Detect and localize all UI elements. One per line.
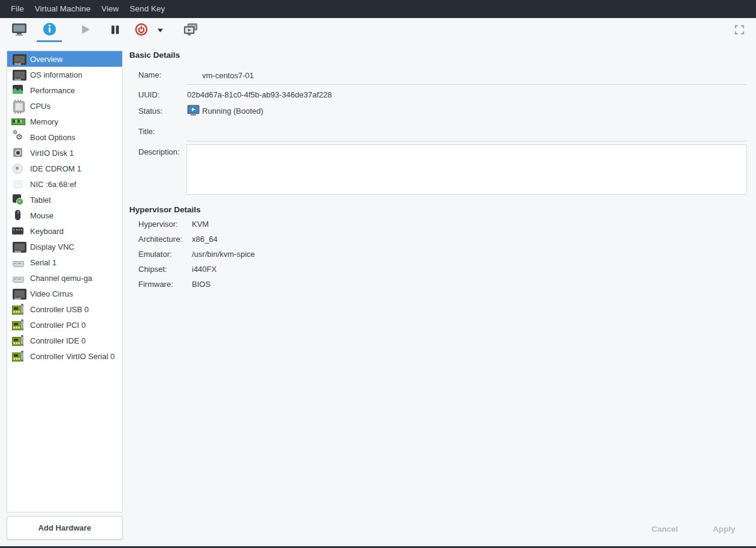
hypervisor-details-table: Hypervisor: KVM Architecture: x86_64 Emu… [138,220,255,295]
emulator-label: Emulator: [138,250,192,259]
table-row: Firmware: BIOS [138,280,255,295]
monitor-icon [11,53,24,65]
basic-details-heading: Basic Details [129,51,180,60]
running-status-icon [187,105,200,118]
memory-module-icon [11,115,24,128]
pause-button[interactable] [108,19,123,42]
controller-card-icon [11,334,24,346]
add-hardware-button[interactable]: Add Hardware [7,516,123,540]
status-value: Running (Booted) [202,106,263,115]
menu-bar: File Virtual Machine View Send Key [0,0,756,18]
sidebar-item-ide-cdrom-1[interactable]: IDE CDROM 1 [7,161,122,176]
chipset-value: i440FX [192,265,217,274]
caret-down-icon [156,26,164,35]
firmware-label: Firmware: [138,280,192,289]
table-row: Chipset: i440FX [138,265,255,280]
disk-icon [11,147,24,159]
controller-card-icon [11,350,24,362]
sidebar-item-controller-ide-0[interactable]: Controller IDE 0 [7,333,122,348]
sidebar-item-controller-usb-0[interactable]: Controller USB 0 [7,301,122,317]
nic-icon [11,178,24,190]
fullscreen-button[interactable] [733,19,746,42]
performance-chart-icon [11,84,24,96]
apply-button[interactable]: Apply [707,521,742,537]
info-icon [42,22,57,38]
console-monitor-icon [11,22,27,38]
tablet-icon [11,194,24,206]
name-input[interactable] [186,66,747,85]
description-textarea[interactable] [186,144,747,195]
hypervisor-label: Hypervisor: [138,220,192,229]
serial-port-icon [11,272,24,284]
uuid-value: 02b4d67a-81c0-4f5b-ab93-346de37af228 [187,90,332,99]
sidebar-item-controller-virtio-serial-0[interactable]: Controller VirtIO Serial 0 [7,348,122,364]
architecture-value: x86_64 [192,235,218,244]
sidebar-item-overview[interactable]: Overview [7,51,122,67]
sidebar-item-keyboard[interactable]: Keyboard [7,223,122,239]
sidebar-item-channel-qemu-ga[interactable]: Channel qemu-ga [7,270,122,286]
sidebar-item-mouse[interactable]: Mouse [7,208,122,223]
pause-icon [109,24,121,37]
cdrom-icon [11,162,24,174]
sidebar-item-boot-options[interactable]: Boot Options [7,129,122,145]
sidebar-item-cpus[interactable]: CPUs [7,98,122,114]
chipset-label: Chipset: [138,265,192,274]
uuid-label: UUID: [138,90,159,99]
gears-icon [11,131,24,143]
controller-card-icon [11,319,24,331]
emulator-value: /usr/bin/kvm-spice [192,250,255,259]
sidebar-item-performance[interactable]: Performance [7,82,122,98]
hypervisor-value: KVM [192,220,209,229]
sidebar-item-serial-1[interactable]: Serial 1 [7,254,122,270]
multi-monitor-icon [183,23,198,38]
table-row: Emulator: /usr/bin/kvm-spice [138,250,255,265]
monitor-icon [11,241,24,253]
cancel-button[interactable]: Cancel [645,521,684,537]
power-icon [134,22,149,38]
sidebar-item-video-cirrus[interactable]: Video Cirrus [7,286,122,301]
toolbar [0,18,756,43]
run-button[interactable] [78,19,93,42]
sidebar-item-display-vnc[interactable]: Display VNC [7,239,122,254]
title-label: Title: [138,127,155,136]
title-input[interactable] [186,123,747,141]
firmware-value: BIOS [192,280,211,289]
serial-port-icon [11,256,24,268]
hypervisor-details-heading: Hypervisor Details [129,205,201,214]
show-details-button[interactable] [37,19,62,42]
name-label: Name: [138,70,161,79]
shutdown-menu-button[interactable] [153,19,167,42]
sidebar-item-virtio-disk-1[interactable]: VirtIO Disk 1 [7,145,122,161]
controller-card-icon [11,303,24,315]
show-console-button[interactable] [7,19,31,42]
table-row: Architecture: x86_64 [138,235,255,250]
play-icon [79,23,91,37]
table-row: Hypervisor: KVM [138,220,255,235]
description-label: Description: [138,147,180,156]
sidebar-item-tablet[interactable]: Tablet [7,192,122,208]
monitor-icon [11,69,24,81]
fullscreen-icon [734,25,745,37]
sidebar-item-nic[interactable]: NIC :6a:68:ef [7,176,122,192]
sidebar-item-controller-pci-0[interactable]: Controller PCI 0 [7,317,122,333]
keyboard-icon [11,225,24,237]
hardware-list: Overview OS information Performance CPUs… [7,51,123,513]
monitor-icon [11,288,24,300]
architecture-label: Architecture: [138,235,192,244]
menu-send-key[interactable]: Send Key [124,0,171,18]
cpu-chip-icon [11,100,24,112]
menu-file[interactable]: File [5,0,29,18]
menu-view[interactable]: View [96,0,124,18]
vm-windows-button[interactable] [181,19,200,42]
status-label: Status: [138,106,162,115]
sidebar-item-os-information[interactable]: OS information [7,67,122,82]
shutdown-button[interactable] [132,19,150,42]
mouse-icon [11,209,24,221]
sidebar-item-memory[interactable]: Memory [7,114,122,129]
menu-virtual-machine[interactable]: Virtual Machine [29,0,96,18]
